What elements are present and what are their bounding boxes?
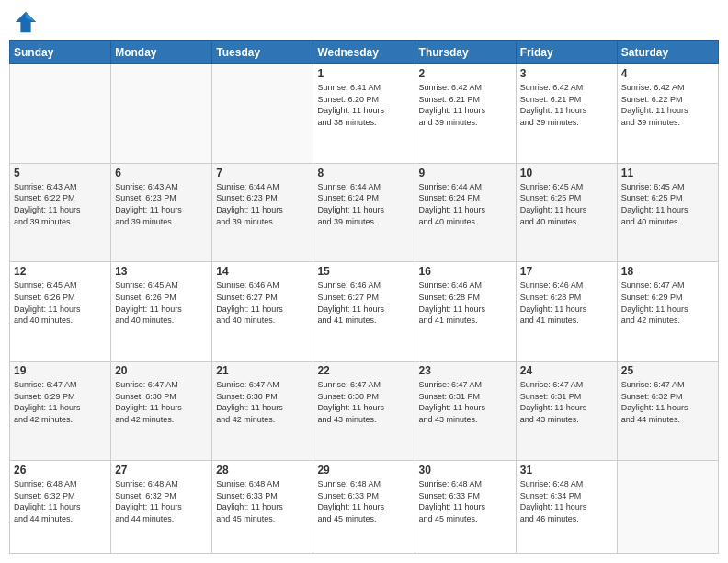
day-info: Sunrise: 6:46 AM Sunset: 6:28 PM Dayligh… (520, 280, 613, 326)
calendar-header-sunday: Sunday (10, 41, 111, 64)
calendar-week-row: 26Sunrise: 6:48 AM Sunset: 6:32 PM Dayli… (10, 460, 719, 553)
day-number: 15 (317, 265, 410, 278)
day-info: Sunrise: 6:45 AM Sunset: 6:25 PM Dayligh… (621, 181, 714, 227)
calendar-cell: 31Sunrise: 6:48 AM Sunset: 6:34 PM Dayli… (516, 460, 617, 553)
calendar-cell: 9Sunrise: 6:44 AM Sunset: 6:24 PM Daylig… (415, 163, 516, 262)
calendar-cell: 23Sunrise: 6:47 AM Sunset: 6:31 PM Dayli… (415, 362, 516, 461)
day-number: 21 (216, 364, 309, 377)
calendar-cell: 12Sunrise: 6:45 AM Sunset: 6:26 PM Dayli… (10, 262, 111, 362)
day-number: 22 (317, 364, 410, 377)
day-number: 2 (419, 67, 512, 80)
day-info: Sunrise: 6:43 AM Sunset: 6:22 PM Dayligh… (14, 181, 107, 227)
day-info: Sunrise: 6:43 AM Sunset: 6:23 PM Dayligh… (115, 181, 208, 227)
calendar-cell: 24Sunrise: 6:47 AM Sunset: 6:31 PM Dayli… (516, 362, 617, 461)
calendar-cell: 27Sunrise: 6:48 AM Sunset: 6:32 PM Dayli… (111, 460, 212, 553)
day-number: 14 (216, 265, 309, 278)
calendar-header-tuesday: Tuesday (212, 41, 313, 64)
day-number: 25 (621, 364, 714, 377)
day-info: Sunrise: 6:48 AM Sunset: 6:32 PM Dayligh… (14, 478, 107, 524)
calendar-header-row: SundayMondayTuesdayWednesdayThursdayFrid… (10, 41, 719, 64)
calendar-cell: 14Sunrise: 6:46 AM Sunset: 6:27 PM Dayli… (212, 262, 313, 362)
calendar-cell: 6Sunrise: 6:43 AM Sunset: 6:23 PM Daylig… (111, 163, 212, 262)
day-number: 20 (115, 364, 208, 377)
calendar-cell: 10Sunrise: 6:45 AM Sunset: 6:25 PM Dayli… (516, 163, 617, 262)
day-info: Sunrise: 6:45 AM Sunset: 6:26 PM Dayligh… (14, 280, 107, 326)
day-info: Sunrise: 6:47 AM Sunset: 6:32 PM Dayligh… (621, 379, 714, 425)
day-info: Sunrise: 6:47 AM Sunset: 6:30 PM Dayligh… (216, 379, 309, 425)
day-info: Sunrise: 6:47 AM Sunset: 6:31 PM Dayligh… (419, 379, 512, 425)
calendar-cell: 22Sunrise: 6:47 AM Sunset: 6:30 PM Dayli… (313, 362, 415, 461)
day-info: Sunrise: 6:42 AM Sunset: 6:22 PM Dayligh… (621, 82, 714, 128)
day-number: 9 (419, 167, 512, 179)
calendar-week-row: 1Sunrise: 6:41 AM Sunset: 6:20 PM Daylig… (10, 64, 719, 164)
day-number: 3 (520, 67, 613, 80)
header (9, 9, 719, 35)
day-info: Sunrise: 6:44 AM Sunset: 6:24 PM Dayligh… (317, 181, 410, 227)
day-number: 28 (216, 464, 309, 477)
day-info: Sunrise: 6:47 AM Sunset: 6:31 PM Dayligh… (520, 379, 613, 425)
day-number: 12 (14, 265, 107, 278)
day-number: 18 (621, 265, 714, 278)
day-number: 19 (14, 364, 107, 377)
day-number: 31 (520, 464, 613, 477)
calendar-cell: 29Sunrise: 6:48 AM Sunset: 6:33 PM Dayli… (313, 460, 415, 553)
day-number: 13 (115, 265, 208, 278)
calendar-cell: 28Sunrise: 6:48 AM Sunset: 6:33 PM Dayli… (212, 460, 313, 553)
day-number: 7 (216, 167, 309, 179)
calendar-cell: 4Sunrise: 6:42 AM Sunset: 6:22 PM Daylig… (617, 64, 718, 164)
calendar-header-saturday: Saturday (617, 41, 718, 64)
day-info: Sunrise: 6:48 AM Sunset: 6:33 PM Dayligh… (419, 478, 512, 524)
calendar-cell (10, 64, 111, 164)
calendar-cell (212, 64, 313, 164)
calendar-cell: 3Sunrise: 6:42 AM Sunset: 6:21 PM Daylig… (516, 64, 617, 164)
day-number: 17 (520, 265, 613, 278)
logo (13, 9, 42, 35)
day-number: 1 (317, 67, 410, 80)
day-info: Sunrise: 6:41 AM Sunset: 6:20 PM Dayligh… (317, 82, 410, 128)
logo-icon (13, 9, 39, 35)
calendar-week-row: 5Sunrise: 6:43 AM Sunset: 6:22 PM Daylig… (10, 163, 719, 262)
day-number: 29 (317, 464, 410, 477)
day-number: 4 (621, 67, 714, 80)
calendar-cell: 19Sunrise: 6:47 AM Sunset: 6:29 PM Dayli… (10, 362, 111, 461)
calendar-cell: 18Sunrise: 6:47 AM Sunset: 6:29 PM Dayli… (617, 262, 718, 362)
day-number: 10 (520, 167, 613, 179)
calendar-cell: 16Sunrise: 6:46 AM Sunset: 6:28 PM Dayli… (415, 262, 516, 362)
day-number: 5 (14, 167, 107, 179)
calendar-header-thursday: Thursday (415, 41, 516, 64)
calendar-table: SundayMondayTuesdayWednesdayThursdayFrid… (9, 40, 719, 554)
calendar-cell: 26Sunrise: 6:48 AM Sunset: 6:32 PM Dayli… (10, 460, 111, 553)
day-info: Sunrise: 6:44 AM Sunset: 6:24 PM Dayligh… (419, 181, 512, 227)
day-info: Sunrise: 6:46 AM Sunset: 6:27 PM Dayligh… (216, 280, 309, 326)
day-info: Sunrise: 6:47 AM Sunset: 6:30 PM Dayligh… (317, 379, 410, 425)
page: SundayMondayTuesdayWednesdayThursdayFrid… (0, 0, 728, 563)
calendar-cell: 30Sunrise: 6:48 AM Sunset: 6:33 PM Dayli… (415, 460, 516, 553)
day-info: Sunrise: 6:48 AM Sunset: 6:33 PM Dayligh… (317, 478, 410, 524)
day-info: Sunrise: 6:46 AM Sunset: 6:27 PM Dayligh… (317, 280, 410, 326)
calendar-header-monday: Monday (111, 41, 212, 64)
day-info: Sunrise: 6:45 AM Sunset: 6:26 PM Dayligh… (115, 280, 208, 326)
calendar-cell: 5Sunrise: 6:43 AM Sunset: 6:22 PM Daylig… (10, 163, 111, 262)
calendar-header-friday: Friday (516, 41, 617, 64)
day-info: Sunrise: 6:44 AM Sunset: 6:23 PM Dayligh… (216, 181, 309, 227)
calendar-cell: 17Sunrise: 6:46 AM Sunset: 6:28 PM Dayli… (516, 262, 617, 362)
day-info: Sunrise: 6:48 AM Sunset: 6:32 PM Dayligh… (115, 478, 208, 524)
day-info: Sunrise: 6:45 AM Sunset: 6:25 PM Dayligh… (520, 181, 613, 227)
calendar-week-row: 12Sunrise: 6:45 AM Sunset: 6:26 PM Dayli… (10, 262, 719, 362)
calendar-cell (617, 460, 718, 553)
day-number: 27 (115, 464, 208, 477)
calendar-cell (111, 64, 212, 164)
calendar-cell: 21Sunrise: 6:47 AM Sunset: 6:30 PM Dayli… (212, 362, 313, 461)
calendar-cell: 2Sunrise: 6:42 AM Sunset: 6:21 PM Daylig… (415, 64, 516, 164)
day-number: 23 (419, 364, 512, 377)
day-number: 16 (419, 265, 512, 278)
day-info: Sunrise: 6:48 AM Sunset: 6:33 PM Dayligh… (216, 478, 309, 524)
calendar-week-row: 19Sunrise: 6:47 AM Sunset: 6:29 PM Dayli… (10, 362, 719, 461)
day-number: 6 (115, 167, 208, 179)
calendar-cell: 13Sunrise: 6:45 AM Sunset: 6:26 PM Dayli… (111, 262, 212, 362)
day-number: 8 (317, 167, 410, 179)
day-number: 11 (621, 167, 714, 179)
day-number: 30 (419, 464, 512, 477)
day-info: Sunrise: 6:48 AM Sunset: 6:34 PM Dayligh… (520, 478, 613, 524)
calendar-cell: 1Sunrise: 6:41 AM Sunset: 6:20 PM Daylig… (313, 64, 415, 164)
